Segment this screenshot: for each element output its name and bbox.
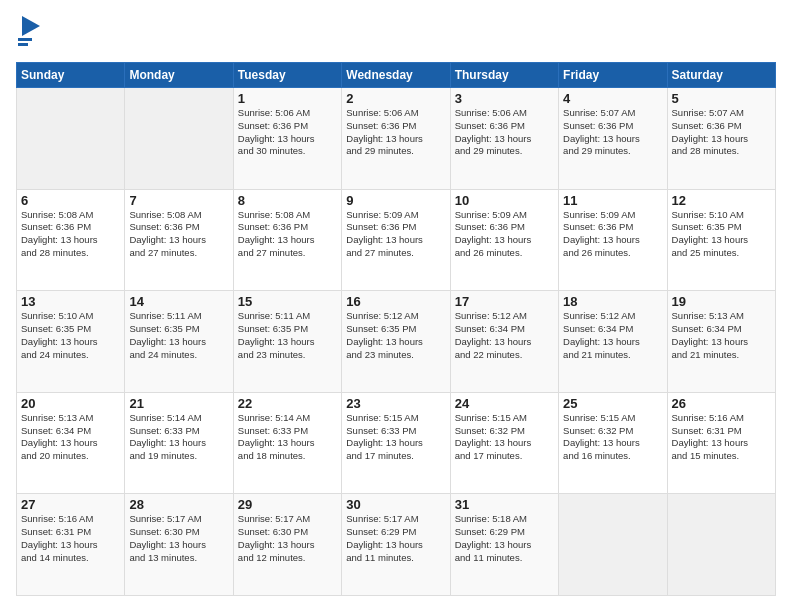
calendar-cell: 28Sunrise: 5:17 AM Sunset: 6:30 PM Dayli…: [125, 494, 233, 596]
day-info: Sunrise: 5:06 AM Sunset: 6:36 PM Dayligh…: [346, 107, 445, 158]
day-number: 24: [455, 396, 554, 411]
day-info: Sunrise: 5:16 AM Sunset: 6:31 PM Dayligh…: [672, 412, 771, 463]
calendar-cell: 2Sunrise: 5:06 AM Sunset: 6:36 PM Daylig…: [342, 88, 450, 190]
day-info: Sunrise: 5:17 AM Sunset: 6:30 PM Dayligh…: [238, 513, 337, 564]
day-info: Sunrise: 5:12 AM Sunset: 6:35 PM Dayligh…: [346, 310, 445, 361]
calendar-cell: 13Sunrise: 5:10 AM Sunset: 6:35 PM Dayli…: [17, 291, 125, 393]
day-info: Sunrise: 5:16 AM Sunset: 6:31 PM Dayligh…: [21, 513, 120, 564]
calendar-cell: 7Sunrise: 5:08 AM Sunset: 6:36 PM Daylig…: [125, 189, 233, 291]
day-number: 12: [672, 193, 771, 208]
day-info: Sunrise: 5:17 AM Sunset: 6:30 PM Dayligh…: [129, 513, 228, 564]
calendar-header-thursday: Thursday: [450, 63, 558, 88]
day-number: 6: [21, 193, 120, 208]
day-info: Sunrise: 5:08 AM Sunset: 6:36 PM Dayligh…: [129, 209, 228, 260]
calendar-cell: [667, 494, 775, 596]
calendar-cell: 16Sunrise: 5:12 AM Sunset: 6:35 PM Dayli…: [342, 291, 450, 393]
day-number: 20: [21, 396, 120, 411]
day-number: 11: [563, 193, 662, 208]
day-info: Sunrise: 5:18 AM Sunset: 6:29 PM Dayligh…: [455, 513, 554, 564]
day-info: Sunrise: 5:14 AM Sunset: 6:33 PM Dayligh…: [238, 412, 337, 463]
calendar-cell: 29Sunrise: 5:17 AM Sunset: 6:30 PM Dayli…: [233, 494, 341, 596]
svg-rect-2: [18, 43, 28, 46]
day-info: Sunrise: 5:13 AM Sunset: 6:34 PM Dayligh…: [21, 412, 120, 463]
calendar-week-row: 6Sunrise: 5:08 AM Sunset: 6:36 PM Daylig…: [17, 189, 776, 291]
calendar-cell: 18Sunrise: 5:12 AM Sunset: 6:34 PM Dayli…: [559, 291, 667, 393]
calendar-week-row: 1Sunrise: 5:06 AM Sunset: 6:36 PM Daylig…: [17, 88, 776, 190]
day-info: Sunrise: 5:12 AM Sunset: 6:34 PM Dayligh…: [455, 310, 554, 361]
day-number: 25: [563, 396, 662, 411]
day-number: 28: [129, 497, 228, 512]
day-number: 5: [672, 91, 771, 106]
day-info: Sunrise: 5:11 AM Sunset: 6:35 PM Dayligh…: [238, 310, 337, 361]
logo: [16, 16, 40, 52]
day-number: 18: [563, 294, 662, 309]
day-info: Sunrise: 5:09 AM Sunset: 6:36 PM Dayligh…: [455, 209, 554, 260]
day-number: 1: [238, 91, 337, 106]
calendar-header-tuesday: Tuesday: [233, 63, 341, 88]
calendar-header-row: SundayMondayTuesdayWednesdayThursdayFrid…: [17, 63, 776, 88]
calendar-header-saturday: Saturday: [667, 63, 775, 88]
calendar-cell: 8Sunrise: 5:08 AM Sunset: 6:36 PM Daylig…: [233, 189, 341, 291]
calendar-cell: 10Sunrise: 5:09 AM Sunset: 6:36 PM Dayli…: [450, 189, 558, 291]
day-info: Sunrise: 5:10 AM Sunset: 6:35 PM Dayligh…: [21, 310, 120, 361]
calendar-cell: 11Sunrise: 5:09 AM Sunset: 6:36 PM Dayli…: [559, 189, 667, 291]
day-number: 9: [346, 193, 445, 208]
day-info: Sunrise: 5:10 AM Sunset: 6:35 PM Dayligh…: [672, 209, 771, 260]
calendar-cell: 6Sunrise: 5:08 AM Sunset: 6:36 PM Daylig…: [17, 189, 125, 291]
day-info: Sunrise: 5:08 AM Sunset: 6:36 PM Dayligh…: [21, 209, 120, 260]
day-info: Sunrise: 5:12 AM Sunset: 6:34 PM Dayligh…: [563, 310, 662, 361]
day-number: 22: [238, 396, 337, 411]
calendar-cell: 1Sunrise: 5:06 AM Sunset: 6:36 PM Daylig…: [233, 88, 341, 190]
calendar-cell: [125, 88, 233, 190]
calendar-week-row: 13Sunrise: 5:10 AM Sunset: 6:35 PM Dayli…: [17, 291, 776, 393]
day-number: 7: [129, 193, 228, 208]
day-info: Sunrise: 5:17 AM Sunset: 6:29 PM Dayligh…: [346, 513, 445, 564]
header: [16, 16, 776, 52]
calendar-week-row: 20Sunrise: 5:13 AM Sunset: 6:34 PM Dayli…: [17, 392, 776, 494]
day-number: 15: [238, 294, 337, 309]
calendar-cell: 15Sunrise: 5:11 AM Sunset: 6:35 PM Dayli…: [233, 291, 341, 393]
calendar-cell: 23Sunrise: 5:15 AM Sunset: 6:33 PM Dayli…: [342, 392, 450, 494]
day-number: 13: [21, 294, 120, 309]
day-number: 8: [238, 193, 337, 208]
day-info: Sunrise: 5:13 AM Sunset: 6:34 PM Dayligh…: [672, 310, 771, 361]
day-number: 30: [346, 497, 445, 512]
page: SundayMondayTuesdayWednesdayThursdayFrid…: [0, 0, 792, 612]
calendar-week-row: 27Sunrise: 5:16 AM Sunset: 6:31 PM Dayli…: [17, 494, 776, 596]
day-info: Sunrise: 5:08 AM Sunset: 6:36 PM Dayligh…: [238, 209, 337, 260]
calendar-cell: 5Sunrise: 5:07 AM Sunset: 6:36 PM Daylig…: [667, 88, 775, 190]
day-info: Sunrise: 5:09 AM Sunset: 6:36 PM Dayligh…: [563, 209, 662, 260]
day-number: 21: [129, 396, 228, 411]
day-info: Sunrise: 5:14 AM Sunset: 6:33 PM Dayligh…: [129, 412, 228, 463]
day-info: Sunrise: 5:15 AM Sunset: 6:32 PM Dayligh…: [563, 412, 662, 463]
calendar-cell: 14Sunrise: 5:11 AM Sunset: 6:35 PM Dayli…: [125, 291, 233, 393]
day-number: 2: [346, 91, 445, 106]
calendar-header-monday: Monday: [125, 63, 233, 88]
calendar-cell: 31Sunrise: 5:18 AM Sunset: 6:29 PM Dayli…: [450, 494, 558, 596]
calendar-table: SundayMondayTuesdayWednesdayThursdayFrid…: [16, 62, 776, 596]
day-info: Sunrise: 5:15 AM Sunset: 6:32 PM Dayligh…: [455, 412, 554, 463]
day-number: 27: [21, 497, 120, 512]
day-info: Sunrise: 5:06 AM Sunset: 6:36 PM Dayligh…: [238, 107, 337, 158]
day-number: 10: [455, 193, 554, 208]
calendar-cell: 27Sunrise: 5:16 AM Sunset: 6:31 PM Dayli…: [17, 494, 125, 596]
calendar-cell: 12Sunrise: 5:10 AM Sunset: 6:35 PM Dayli…: [667, 189, 775, 291]
day-number: 23: [346, 396, 445, 411]
calendar-cell: 24Sunrise: 5:15 AM Sunset: 6:32 PM Dayli…: [450, 392, 558, 494]
day-number: 4: [563, 91, 662, 106]
calendar-cell: 19Sunrise: 5:13 AM Sunset: 6:34 PM Dayli…: [667, 291, 775, 393]
day-number: 29: [238, 497, 337, 512]
day-number: 17: [455, 294, 554, 309]
calendar-cell: 3Sunrise: 5:06 AM Sunset: 6:36 PM Daylig…: [450, 88, 558, 190]
svg-rect-1: [18, 38, 32, 41]
day-info: Sunrise: 5:07 AM Sunset: 6:36 PM Dayligh…: [563, 107, 662, 158]
calendar-cell: [17, 88, 125, 190]
day-info: Sunrise: 5:09 AM Sunset: 6:36 PM Dayligh…: [346, 209, 445, 260]
calendar-cell: 21Sunrise: 5:14 AM Sunset: 6:33 PM Dayli…: [125, 392, 233, 494]
day-info: Sunrise: 5:15 AM Sunset: 6:33 PM Dayligh…: [346, 412, 445, 463]
day-number: 26: [672, 396, 771, 411]
calendar-cell: 4Sunrise: 5:07 AM Sunset: 6:36 PM Daylig…: [559, 88, 667, 190]
calendar-cell: [559, 494, 667, 596]
day-number: 19: [672, 294, 771, 309]
logo-icon: [18, 16, 40, 48]
